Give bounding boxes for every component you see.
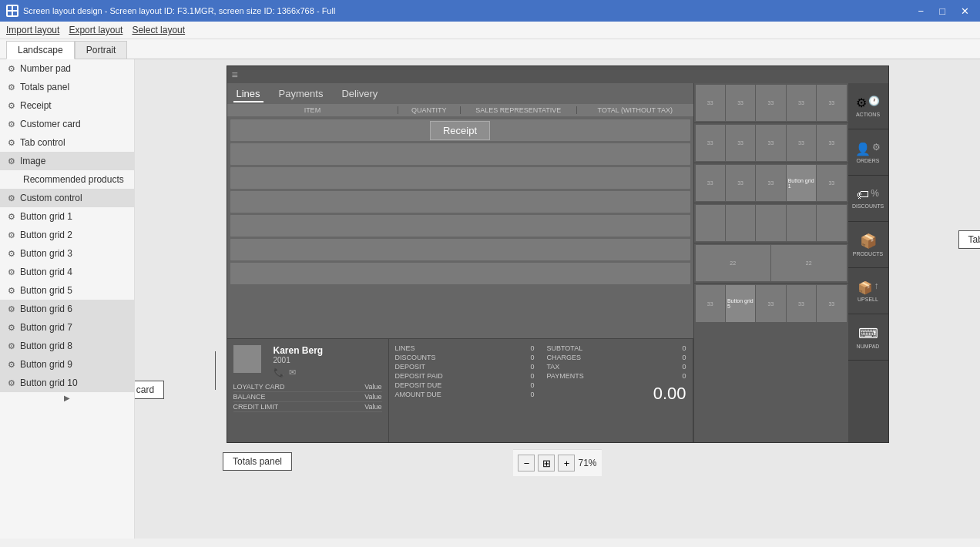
sidebar-item-tabcontrol[interactable]: ⚙ Tab control bbox=[0, 133, 134, 152]
btn-cell[interactable]: 33 bbox=[817, 85, 846, 121]
btn-cell[interactable]: 33 bbox=[787, 125, 816, 161]
app-icon bbox=[6, 5, 18, 17]
btn-cell[interactable]: 33 bbox=[696, 85, 725, 121]
total-row-discounts: DISCOUNTS 0 bbox=[395, 353, 535, 362]
btn-cell[interactable]: 33 bbox=[696, 165, 725, 201]
total-row-tax: TAX 0 bbox=[547, 362, 686, 371]
btn-cell[interactable] bbox=[696, 205, 725, 241]
action-label-actions: ACTIONS bbox=[856, 112, 880, 117]
btn-cell[interactable]: 33 bbox=[696, 125, 725, 161]
sidebar-item-recommended[interactable]: Recommended products bbox=[0, 170, 134, 189]
btn-cell-22a[interactable]: 22 bbox=[696, 245, 771, 281]
receipt-tab-payments[interactable]: Payments bbox=[276, 86, 327, 102]
sidebar-item-btngrid2[interactable]: ⚙ Button grid 2 bbox=[0, 226, 134, 244]
title-text: Screen layout design - Screen layout ID:… bbox=[23, 6, 335, 15]
action-btn-discounts[interactable]: 🏷 % DISCOUNTS bbox=[848, 176, 888, 222]
zoom-minus-button[interactable]: − bbox=[518, 455, 535, 471]
action-btn-upsell[interactable]: 📦 ↑ UPSELL bbox=[848, 268, 888, 314]
callout-tabcontrol: Tab control bbox=[958, 230, 981, 249]
menu-item-import[interactable]: Import layout bbox=[6, 25, 59, 35]
sidebar-item-totalspanel[interactable]: ⚙ Totals panel bbox=[0, 78, 134, 96]
sidebar-item-receipt[interactable]: ⚙ Receipt bbox=[0, 96, 134, 115]
minimize-button[interactable]: − bbox=[914, 5, 929, 17]
btn-cell[interactable] bbox=[726, 205, 755, 241]
zoom-plus-button[interactable]: + bbox=[558, 455, 575, 471]
button-grid-area: 33 33 33 33 33 33 33 33 33 bbox=[694, 83, 848, 442]
sidebar-item-customercard[interactable]: ⚙ Customer card bbox=[0, 115, 134, 133]
maximize-button[interactable]: □ bbox=[935, 5, 950, 17]
receipt-row bbox=[230, 239, 690, 260]
receipt-row bbox=[230, 167, 690, 189]
btn-cell[interactable]: 33 bbox=[756, 165, 785, 201]
receipt-tab-delivery[interactable]: Delivery bbox=[338, 86, 381, 102]
gear-icon: ⚙ bbox=[8, 193, 15, 203]
btn-cell[interactable] bbox=[756, 205, 785, 241]
sidebar-item-btngrid1[interactable]: ⚙ Button grid 1 bbox=[0, 207, 134, 226]
btn-cell[interactable]: 33 bbox=[756, 125, 785, 161]
sidebar-label-btngrid8: Button grid 8 bbox=[20, 341, 72, 351]
sidebar-item-btngrid4[interactable]: ⚙ Button grid 4 bbox=[0, 263, 134, 281]
menu-item-export[interactable]: Export layout bbox=[69, 25, 123, 35]
gear-icon: ⚙ bbox=[8, 119, 15, 129]
customer-name: Karen Berg bbox=[274, 345, 324, 356]
btn-cell[interactable]: 33 bbox=[817, 125, 846, 161]
btn-cell[interactable]: 33 bbox=[726, 85, 755, 121]
scroll-arrow-down[interactable]: ▶ bbox=[0, 392, 134, 404]
zoom-reset-button[interactable]: ⊞ bbox=[538, 455, 555, 471]
btn-cell[interactable]: 33 bbox=[787, 85, 816, 121]
col-sales: SALES REPRESENTATIVE bbox=[460, 106, 577, 114]
svg-rect-3 bbox=[13, 12, 17, 15]
title-bar: Screen layout design - Screen layout ID:… bbox=[0, 0, 980, 22]
receipt-tab-lines[interactable]: Lines bbox=[233, 86, 263, 102]
btn-cell[interactable] bbox=[817, 205, 846, 241]
btn-cell[interactable]: 33 bbox=[817, 285, 846, 322]
sidebar-item-btngrid9[interactable]: ⚙ Button grid 9 bbox=[0, 355, 134, 374]
sidebar-label-customcontrol: Custom control bbox=[20, 193, 82, 203]
btn-cell[interactable]: 33 bbox=[817, 165, 846, 201]
canvas-area: ≡ Lines Payments Delivery ITEM bbox=[135, 59, 980, 539]
canvas-menu-bar: ≡ bbox=[227, 66, 888, 83]
menu-item-select[interactable]: Select layout bbox=[132, 25, 185, 35]
action-btn-numpad[interactable]: ⌨ NUMPAD bbox=[848, 314, 888, 361]
col-item: ITEM bbox=[227, 106, 398, 114]
gear-icon: ⚙ bbox=[8, 156, 15, 166]
tab-landscape[interactable]: Landscape bbox=[6, 41, 75, 59]
sidebar-label-btngrid4: Button grid 4 bbox=[20, 267, 72, 277]
sidebar-item-btngrid8[interactable]: ⚙ Button grid 8 bbox=[0, 337, 134, 355]
btn-cell-labeled[interactable]: Button grid 1 bbox=[787, 165, 816, 201]
btn-cell[interactable]: 33 bbox=[696, 285, 725, 322]
sidebar-item-btngrid5[interactable]: ⚙ Button grid 5 bbox=[0, 281, 134, 300]
btn-grid5-label[interactable]: Button grid 5 bbox=[726, 285, 755, 322]
sidebar-item-customcontrol[interactable]: ⚙ Custom control bbox=[0, 189, 134, 207]
sidebar-item-btngrid3[interactable]: ⚙ Button grid 3 bbox=[0, 244, 134, 263]
svg-rect-2 bbox=[8, 12, 12, 15]
close-button[interactable]: ✕ bbox=[956, 5, 974, 17]
btn-cell-22b[interactable]: 22 bbox=[771, 245, 847, 281]
receipt-tabs: Lines Payments Delivery bbox=[227, 83, 693, 102]
main-layout: ⚙ Number pad ⚙ Totals panel ⚙ Receipt ⚙ … bbox=[0, 59, 980, 539]
sidebar-item-image[interactable]: ⚙ Image bbox=[0, 152, 134, 170]
gear-icon: ⚙ bbox=[8, 101, 15, 111]
total-row-lines: LINES 0 bbox=[395, 344, 535, 353]
sidebar-item-numberpad[interactable]: ⚙ Number pad bbox=[0, 59, 134, 78]
sidebar-label-totalspanel: Totals panel bbox=[20, 82, 69, 92]
tab-portrait[interactable]: Portrait bbox=[75, 41, 128, 59]
gear-icon: ⚙ bbox=[8, 286, 15, 296]
btn-cell[interactable]: 33 bbox=[756, 85, 785, 121]
email-icon: ✉ bbox=[289, 367, 296, 378]
gear-icon: ⚙ bbox=[8, 138, 15, 148]
action-btn-products[interactable]: 📦 PRODUCTS bbox=[848, 222, 888, 268]
btn-cell[interactable]: 33 bbox=[756, 285, 785, 322]
action-btn-actions[interactable]: ⚙ 🕐 ACTIONS bbox=[848, 83, 888, 129]
receipt-row bbox=[230, 191, 690, 213]
sidebar-item-btngrid10[interactable]: ⚙ Button grid 10 bbox=[0, 374, 134, 392]
btn-cell[interactable] bbox=[787, 205, 816, 241]
callout-totalspanel: Totals panel bbox=[223, 452, 292, 471]
btn-cell[interactable]: 33 bbox=[787, 285, 816, 322]
action-label-upsell: UPSELL bbox=[858, 297, 878, 302]
btn-cell[interactable]: 33 bbox=[726, 165, 755, 201]
sidebar-item-btngrid6[interactable]: ⚙ Button grid 6 bbox=[0, 300, 134, 318]
sidebar-item-btngrid7[interactable]: ⚙ Button grid 7 bbox=[0, 318, 134, 337]
btn-cell[interactable]: 33 bbox=[726, 125, 755, 161]
action-btn-orders[interactable]: 👤 ⚙ ORDERS bbox=[848, 129, 888, 176]
